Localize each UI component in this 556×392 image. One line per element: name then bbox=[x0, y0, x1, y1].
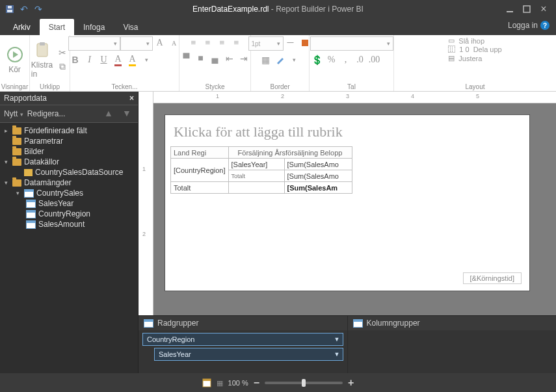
tree-node-ds1[interactable]: CountrySalesDataSource bbox=[0, 167, 138, 177]
move-up-icon[interactable]: ▲ bbox=[101, 107, 116, 120]
tab-start[interactable]: Start bbox=[40, 19, 74, 35]
font-color-icon[interactable]: A bbox=[111, 53, 126, 66]
chevron-down-icon[interactable]: ▼ bbox=[334, 351, 340, 358]
cell-total-label[interactable]: Totalt bbox=[171, 182, 229, 194]
tab-infoga[interactable]: Infoga bbox=[74, 19, 114, 35]
valign-top-icon[interactable]: ▀ bbox=[179, 52, 194, 65]
font-more-dropdown[interactable]: ▾ bbox=[140, 53, 154, 66]
execution-time-box[interactable]: [&Körningstid] bbox=[463, 272, 522, 284]
bold-icon[interactable]: B bbox=[68, 53, 83, 66]
close-icon[interactable]: × bbox=[538, 3, 549, 15]
preview-view-icon[interactable]: ▦ bbox=[217, 379, 223, 387]
login-link[interactable]: Logga in ? bbox=[508, 21, 549, 30]
merge-button[interactable]: ▭Slå ihop bbox=[448, 36, 484, 45]
font-family-dropdown[interactable]: ▾ bbox=[68, 36, 120, 51]
number-format-dropdown[interactable]: ▾ bbox=[310, 36, 393, 51]
fill-color-icon[interactable]: A bbox=[126, 53, 140, 66]
report-page[interactable]: Klicka för att lägga till rubrik Land Re… bbox=[165, 115, 529, 291]
justify-icon[interactable]: ≡ bbox=[230, 36, 244, 49]
pen-icon[interactable] bbox=[273, 53, 287, 66]
indent-dec-icon[interactable]: ⇤ bbox=[222, 52, 237, 65]
align-left-icon[interactable]: ≡ bbox=[187, 36, 201, 49]
cell-total-empty[interactable] bbox=[228, 182, 284, 194]
border-style-icon[interactable]: ─ bbox=[284, 36, 298, 49]
currency-icon[interactable]: 💲 bbox=[310, 53, 324, 66]
group-label-clipboard: Urklipp bbox=[40, 83, 60, 91]
align-right-icon[interactable]: ≡ bbox=[215, 36, 230, 49]
redo-icon[interactable]: ↷ bbox=[31, 2, 46, 16]
move-down-icon[interactable]: ▼ bbox=[120, 107, 134, 120]
tree-node-datasources[interactable]: ▾Datakällor bbox=[0, 157, 138, 167]
tree-node-field-countryregion[interactable]: CountryRegion bbox=[0, 209, 138, 219]
title-bar: ↶ ↷ EnterDataExample.rdl - Report Builde… bbox=[0, 0, 556, 18]
help-icon[interactable]: ? bbox=[540, 21, 549, 30]
title-placeholder[interactable]: Klicka för att lägga till rubrik bbox=[170, 120, 522, 144]
run-button[interactable]: Kör bbox=[5, 44, 25, 75]
design-view-icon[interactable] bbox=[202, 378, 211, 387]
tree-node-set1[interactable]: ▾CountrySales bbox=[0, 188, 138, 198]
panel-close-icon[interactable]: × bbox=[129, 94, 134, 103]
underline-icon[interactable]: U bbox=[97, 53, 111, 66]
paste-button[interactable]: Klistra in bbox=[30, 40, 54, 80]
datasource-icon bbox=[24, 169, 33, 176]
cell-countryregion[interactable]: [CountryRegion] bbox=[171, 159, 229, 182]
border-more-dropdown[interactable]: ▾ bbox=[287, 53, 302, 66]
row-group-salesyear[interactable]: SalesYear▼ bbox=[154, 348, 343, 361]
chevron-down-icon[interactable]: ▼ bbox=[334, 336, 340, 343]
zoom-thumb[interactable] bbox=[302, 379, 306, 387]
minimize-icon[interactable] bbox=[504, 3, 516, 15]
comma-icon[interactable]: , bbox=[339, 53, 353, 66]
new-button[interactable]: Nytt ▾ bbox=[4, 109, 23, 118]
valign-bottom-icon[interactable]: ▄ bbox=[208, 52, 222, 65]
ruler-horizontal[interactable]: 12345 bbox=[153, 92, 556, 103]
grow-font-icon[interactable]: A bbox=[153, 36, 167, 49]
tree-node-params[interactable]: Parametrar bbox=[0, 136, 138, 146]
ribbon-tabs: Arkiv Start Infoga Visa Logga in ? bbox=[0, 18, 556, 35]
borders-icon[interactable]: ▦ bbox=[259, 53, 273, 66]
dec-dec-icon[interactable]: .00 bbox=[367, 53, 382, 66]
tablix[interactable]: Land Regi Försäljning Årsförsäljning Bel… bbox=[170, 146, 352, 194]
cell-sum3[interactable]: [Sum(SalesAm bbox=[284, 182, 352, 194]
cell-subtotal-label[interactable]: Totalt bbox=[228, 170, 284, 182]
window-controls: × bbox=[504, 3, 556, 15]
tab-visa[interactable]: Visa bbox=[114, 19, 147, 35]
border-width-dropdown[interactable]: 1pt▾ bbox=[248, 36, 284, 51]
align-center-icon[interactable]: ≡ bbox=[201, 36, 215, 49]
design-canvas[interactable]: Klicka för att lägga till rubrik Land Re… bbox=[153, 103, 556, 315]
ruler-vertical[interactable]: 12 bbox=[139, 103, 153, 315]
italic-icon[interactable]: I bbox=[83, 53, 97, 66]
tree-node-field-salesamount[interactable]: SalesAmount bbox=[0, 219, 138, 229]
status-bar: ▦ 100 % − + bbox=[0, 373, 556, 392]
percent-icon[interactable]: % bbox=[324, 53, 339, 66]
save-icon[interactable] bbox=[3, 2, 17, 16]
tab-arkiv[interactable]: Arkiv bbox=[4, 19, 40, 35]
zoom-out-icon[interactable]: − bbox=[254, 377, 259, 389]
grouping-pane: Radgrupper CountryRegion▼ SalesYear▼ Kol… bbox=[139, 315, 556, 373]
tree-node-builtin[interactable]: ▸Fördefinierade fält bbox=[0, 125, 138, 136]
folder-icon bbox=[12, 179, 21, 187]
edit-button[interactable]: Redigera... bbox=[27, 109, 66, 118]
cell-salesyear[interactable]: [SalesYear] bbox=[228, 159, 284, 170]
tree-node-images[interactable]: Bilder bbox=[0, 146, 138, 157]
undo-icon[interactable]: ↶ bbox=[17, 2, 31, 16]
maximize-icon[interactable] bbox=[521, 3, 533, 15]
tree-node-field-salesyear[interactable]: SalesYear bbox=[0, 198, 138, 209]
group-label-border: Border bbox=[270, 83, 289, 91]
col-header-country[interactable]: Land Regi bbox=[171, 147, 229, 159]
dec-inc-icon[interactable]: .0 bbox=[353, 53, 367, 66]
valign-middle-icon[interactable]: ■ bbox=[194, 52, 208, 65]
zoom-in-icon[interactable]: + bbox=[348, 377, 354, 389]
cell-sum2[interactable]: [Sum(SalesAmo bbox=[284, 170, 352, 182]
zoom-slider[interactable] bbox=[265, 382, 343, 384]
work-area: Rapportdata × Nytt ▾ Redigera... ▲ ▼ ▸Fö… bbox=[0, 92, 556, 373]
ribbon-group-clipboard: Klistra in ✂ ⧉ Urklipp bbox=[30, 35, 70, 91]
row-group-countryregion[interactable]: CountryRegion▼ bbox=[142, 333, 343, 346]
font-size-dropdown[interactable]: ▾ bbox=[120, 36, 153, 51]
col-header-sales[interactable]: Försäljning Årsförsäljning Belopp bbox=[228, 147, 352, 159]
tree-node-datasets[interactable]: ▾Datamängder bbox=[0, 177, 138, 188]
cell-sum1[interactable]: [Sum(SalesAmo bbox=[284, 159, 352, 170]
svg-rect-4 bbox=[523, 6, 530, 12]
report-data-header: Rapportdata × bbox=[0, 92, 138, 105]
split-button[interactable]: ⿲1 0 Dela upp bbox=[448, 46, 501, 53]
align-button[interactable]: ▤Justera bbox=[448, 54, 482, 62]
